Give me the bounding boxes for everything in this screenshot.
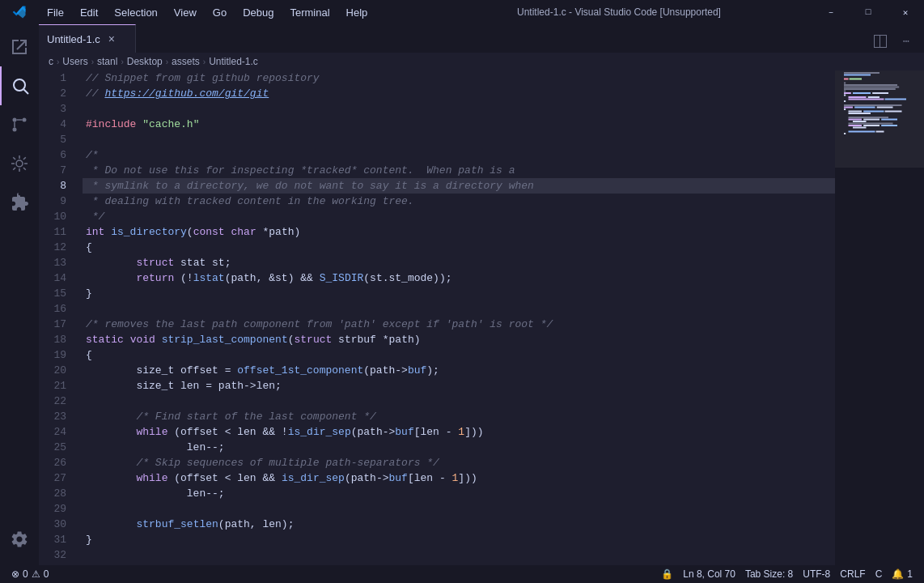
maximize-button[interactable]: □ (850, 0, 887, 24)
code-line-14: return (!lstat(path, &st) && S_ISDIR(st.… (83, 270, 835, 286)
code-line-32 (83, 547, 835, 563)
editor-inner: 1 2 3 4 5 6 7 8 9 10 11 12 13 14 (39, 70, 835, 565)
code-line-29 (83, 501, 835, 517)
minimize-button[interactable]: – (812, 0, 850, 24)
breadcrumb-sep-3: › (121, 57, 123, 66)
activity-debug[interactable] (0, 144, 39, 183)
ln-15: 15 (39, 286, 73, 301)
tab-filename: Untitled-1.c (47, 33, 100, 45)
tab-actions: ⋯ (869, 30, 924, 53)
code-line-26: /* Skip sequences of multiple path-separ… (83, 455, 835, 470)
ln-27: 27 (39, 470, 73, 486)
status-bar: ⊗ 0 ⚠ 0 🔒 Ln 8, Col 70 Tab Size: 8 UTF-8… (0, 565, 924, 583)
menu-file[interactable]: File (39, 0, 72, 24)
status-position[interactable]: Ln 8, Col 70 (678, 565, 740, 583)
code-line-13: struct stat st; (83, 255, 835, 270)
code-line-1: // Snippet from git github repository (83, 70, 835, 86)
menu-edit[interactable]: Edit (72, 0, 106, 24)
title-bar: File Edit Selection View Go Debug Termin… (0, 0, 924, 24)
svg-point-0 (14, 79, 25, 91)
ln-18: 18 (39, 332, 73, 347)
menu-terminal[interactable]: Terminal (282, 0, 337, 24)
ln-26: 26 (39, 455, 73, 470)
warning-icon: ⚠ (32, 568, 40, 580)
code-line-24: while (offset < len && !is_dir_sep(path-… (83, 424, 835, 440)
ln-1: 1 (39, 70, 73, 86)
svg-point-3 (23, 118, 27, 122)
breadcrumb-sep-1: › (57, 57, 59, 66)
window-title: Untitled-1.c - Visual Studio Code [Unsup… (426, 6, 812, 18)
split-editor-button[interactable] (869, 30, 892, 53)
tab-close-button[interactable]: × (105, 32, 118, 45)
status-tab-size[interactable]: Tab Size: 8 (740, 565, 798, 583)
status-git[interactable]: 🔒 (656, 565, 678, 583)
code-area[interactable]: // Snippet from git github repository //… (79, 70, 835, 565)
ln-32: 32 (39, 547, 73, 563)
error-count: 0 (23, 568, 28, 580)
code-line-8: * symlink to a directory, we do not want… (83, 178, 835, 194)
ln-12: 12 (39, 240, 73, 255)
menu-selection[interactable]: Selection (106, 0, 165, 24)
code-line-15: } (83, 286, 835, 301)
status-line-ending[interactable]: CRLF (835, 565, 870, 583)
code-line-20: size_t offset = offset_1st_component(pat… (83, 363, 835, 378)
code-line-7: * Do not use this for inspecting *tracke… (83, 163, 835, 178)
ln-25: 25 (39, 440, 73, 455)
status-errors[interactable]: ⊗ 0 ⚠ 0 (6, 565, 53, 583)
editor-area: Untitled-1.c × ⋯ c › Users › stanl › Des… (39, 24, 924, 565)
status-bell[interactable]: 🔔 1 (887, 565, 918, 583)
editor-scroll[interactable]: 1 2 3 4 5 6 7 8 9 10 11 12 13 14 (39, 70, 835, 565)
breadcrumb-assets[interactable]: assets (172, 56, 200, 67)
editor-tab[interactable]: Untitled-1.c × (39, 24, 136, 53)
editor-content: 1 2 3 4 5 6 7 8 9 10 11 12 13 14 (39, 70, 924, 565)
tab-bar: Untitled-1.c × ⋯ (39, 24, 924, 53)
language-text: C (875, 568, 883, 580)
breadcrumb-sep-5: › (203, 57, 206, 66)
window-controls: – □ ✕ (812, 0, 924, 24)
menu-view[interactable]: View (166, 0, 205, 24)
activity-source-control[interactable] (0, 105, 39, 144)
code-line-30: strbuf_setlen(path, len); (83, 517, 835, 532)
svg-point-2 (13, 118, 17, 122)
ln-21: 21 (39, 378, 73, 394)
minimap-viewport (835, 70, 924, 168)
code-line-17: /* removes the last path component from … (83, 317, 835, 332)
ln-10: 10 (39, 209, 73, 224)
vscode-logo (0, 5, 39, 19)
ln-16: 16 (39, 301, 73, 317)
ln-22: 22 (39, 394, 73, 409)
more-actions-button[interactable]: ⋯ (895, 30, 918, 53)
ln-13: 13 (39, 255, 73, 270)
breadcrumb-users[interactable]: Users (62, 56, 87, 67)
code-line-3 (83, 101, 835, 117)
status-encoding[interactable]: UTF-8 (798, 565, 835, 583)
breadcrumb-stanl[interactable]: stanl (97, 56, 117, 67)
status-right: 🔒 Ln 8, Col 70 Tab Size: 8 UTF-8 CRLF C … (656, 565, 918, 583)
line-ending-text: CRLF (840, 568, 865, 580)
activity-settings[interactable] (0, 520, 39, 559)
breadcrumb-file[interactable]: Untitled-1.c (209, 56, 258, 67)
breadcrumb-desktop[interactable]: Desktop (127, 56, 163, 67)
breadcrumb-c[interactable]: c (49, 56, 53, 67)
activity-extensions[interactable] (0, 183, 39, 222)
git-icon: 🔒 (661, 568, 673, 580)
menu-debug[interactable]: Debug (235, 0, 282, 24)
status-language[interactable]: C (871, 565, 888, 583)
activity-explorer[interactable] (0, 28, 39, 66)
minimap[interactable] (835, 70, 924, 565)
code-line-19: { (83, 347, 835, 363)
main-layout: Untitled-1.c × ⋯ c › Users › stanl › Des… (0, 24, 924, 565)
ln-14: 14 (39, 270, 73, 286)
close-button[interactable]: ✕ (887, 0, 924, 24)
ln-19: 19 (39, 347, 73, 363)
breadcrumb-sep-2: › (91, 57, 94, 66)
activity-search[interactable] (0, 66, 39, 105)
menu-help[interactable]: Help (338, 0, 376, 24)
ln-2: 2 (39, 86, 73, 101)
code-line-4: #include "cache.h" (83, 117, 835, 132)
activity-bar (0, 24, 39, 565)
menu-go[interactable]: Go (205, 0, 235, 24)
code-line-9: * dealing with tracked content in the wo… (83, 194, 835, 209)
bell-count: 1 (907, 568, 913, 580)
code-line-11: int is_directory(const char *path) (83, 224, 835, 240)
